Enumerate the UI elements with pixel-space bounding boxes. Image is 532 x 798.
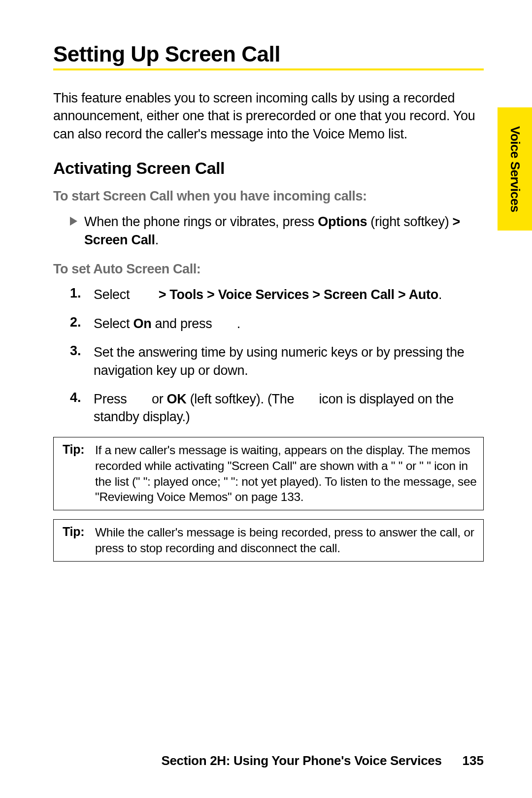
step-number: 2. <box>70 315 87 332</box>
text-bold: Options <box>318 214 367 229</box>
list-item: 4. Press or OK (left softkey). (The icon… <box>70 390 484 426</box>
text-part: Select <box>94 287 133 302</box>
text-part: Press <box>94 392 131 406</box>
text-part: or <box>148 392 167 406</box>
step-text: Select > Tools > Voice Services > Screen… <box>94 286 442 303</box>
triangle-bullet-icon <box>70 217 77 226</box>
instruction-lead-2: To set Auto Screen Call: <box>53 262 484 277</box>
page-number: 135 <box>463 753 484 768</box>
step-text: Press or OK (left softkey). (The icon is… <box>94 390 484 426</box>
text-part: . <box>155 233 159 247</box>
text-part: . <box>233 316 240 331</box>
text-part: and press <box>151 316 215 331</box>
step-number: 3. <box>70 343 87 379</box>
intro-paragraph: This feature enables you to screen incom… <box>53 89 484 143</box>
page-title: Setting Up Screen Call <box>53 42 484 66</box>
list-item: 2. Select On and press . <box>70 315 484 332</box>
text-part: Select <box>94 316 133 331</box>
side-tab: Voice Services <box>498 107 532 231</box>
step-text: Select On and press . <box>94 315 240 332</box>
step-number: 1. <box>70 286 87 303</box>
page-content: Setting Up Screen Call This feature enab… <box>0 0 532 591</box>
numbered-list: 1. Select > Tools > Voice Services > Scr… <box>53 286 484 426</box>
step-number: 4. <box>70 390 87 426</box>
tip-content: While the caller's message is being reco… <box>95 520 483 561</box>
heading-underline <box>53 68 484 70</box>
text-part: . <box>438 287 442 302</box>
instruction-lead-1: To start Screen Call when you have incom… <box>53 189 484 204</box>
page-footer: Section 2H: Using Your Phone's Voice Ser… <box>53 753 484 768</box>
text-part: (right softkey) <box>367 214 452 229</box>
side-tab-label: Voice Services <box>507 126 523 212</box>
bullet-text: When the phone rings or vibrates, press … <box>84 213 484 249</box>
bullet-item: When the phone rings or vibrates, press … <box>53 213 484 249</box>
tip-box: Tip: While the caller's message is being… <box>53 519 484 562</box>
text-bold: On <box>133 316 151 331</box>
list-item: 3. Set the answering time by using numer… <box>70 343 484 379</box>
text-part: (left softkey). (The <box>186 392 298 406</box>
tip-label: Tip: <box>54 437 95 510</box>
sub-heading: Activating Screen Call <box>53 159 484 178</box>
tip-box: Tip: If a new caller's message is waitin… <box>53 437 484 510</box>
footer-section-label: Section 2H: Using Your Phone's Voice Ser… <box>161 753 441 768</box>
text-bold: OK <box>167 392 187 406</box>
step-text: Set the answering time by using numeric … <box>94 343 484 379</box>
tip-content: If a new caller's message is waiting, ap… <box>95 437 483 510</box>
tip-label: Tip: <box>54 520 95 561</box>
list-item: 1. Select > Tools > Voice Services > Scr… <box>70 286 484 303</box>
text-bold: > Tools > Voice Services > Screen Call >… <box>155 287 438 302</box>
text-part: When the phone rings or vibrates, press <box>84 214 318 229</box>
